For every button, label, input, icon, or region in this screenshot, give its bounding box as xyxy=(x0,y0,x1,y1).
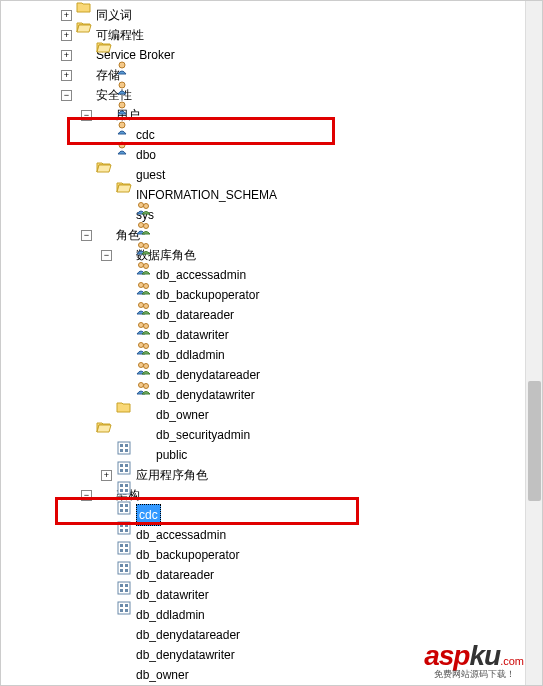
folder-open-icon xyxy=(116,247,132,263)
node-label: db_owner xyxy=(156,405,209,425)
tree-node-users[interactable]: − 用户 xyxy=(21,105,277,125)
tree-node-schema[interactable]: db_datareader xyxy=(21,565,277,585)
tree-node-schema[interactable]: db_owner xyxy=(21,665,277,685)
scrollbar-thumb[interactable] xyxy=(528,381,541,501)
node-label: db_owner xyxy=(136,665,189,685)
node-label: db_denydatawriter xyxy=(156,385,255,405)
tree-node-user-cdc[interactable]: cdc xyxy=(21,125,277,145)
tree-node-schema[interactable]: db_denydatareader xyxy=(21,625,277,645)
node-label: db_datawriter xyxy=(156,325,229,345)
tree-node-synonyms[interactable]: + 同义词 xyxy=(21,5,277,25)
node-label: db_denydatawriter xyxy=(136,645,235,665)
tree-node-service-broker[interactable]: + Service Broker xyxy=(21,45,277,65)
tree-node-schema[interactable]: db_ddladmin xyxy=(21,605,277,625)
node-label: db_denydatareader xyxy=(136,625,240,645)
tree-node-schema[interactable]: db_accessadmin xyxy=(21,525,277,545)
object-explorer-tree: + 同义词 + 可编程性 + Service Broker + 存储 − 安全性… xyxy=(1,1,277,686)
node-label: INFORMATION_SCHEMA xyxy=(136,185,277,205)
collapse-toggle[interactable]: − xyxy=(81,230,92,241)
collapse-toggle[interactable]: − xyxy=(81,110,92,121)
node-label: public xyxy=(156,445,187,465)
tree-node-user-dbo[interactable]: dbo xyxy=(21,145,277,165)
folder-open-icon xyxy=(96,487,112,503)
tree-node-app-roles[interactable]: + 应用程序角色 xyxy=(21,465,277,485)
collapse-toggle[interactable]: − xyxy=(61,90,72,101)
tree-node-schema-cdc[interactable]: cdc xyxy=(21,505,277,525)
expand-toggle[interactable]: + xyxy=(61,50,72,61)
tree-node-schema[interactable]: db_backupoperator xyxy=(21,545,277,565)
node-label: dbo xyxy=(136,145,156,165)
watermark: aspku.com 免费网站源码下载！ xyxy=(424,640,524,681)
folder-open-icon xyxy=(96,227,112,243)
node-label: db_backupoperator xyxy=(136,545,239,565)
tree-node-schema[interactable]: db_denydatawriter xyxy=(21,645,277,665)
node-label: db_accessadmin xyxy=(136,525,226,545)
tree-node-role[interactable]: public xyxy=(21,445,277,465)
watermark-asp: asp xyxy=(424,640,469,671)
node-label: guest xyxy=(136,165,165,185)
node-label: db_denydatareader xyxy=(156,365,260,385)
node-label: db_ddladmin xyxy=(136,605,205,625)
watermark-cn: 免费网站源码下载！ xyxy=(424,668,524,681)
node-label: db_datawriter xyxy=(136,585,209,605)
node-label: db_datareader xyxy=(136,565,214,585)
tree-node-security[interactable]: − 安全性 xyxy=(21,85,277,105)
schema-icon xyxy=(116,667,132,683)
node-label: db_ddladmin xyxy=(156,345,225,365)
folder-open-icon xyxy=(76,87,92,103)
node-label: db_backupoperator xyxy=(156,285,259,305)
node-label-selected: cdc xyxy=(136,504,161,526)
expand-toggle[interactable]: + xyxy=(61,30,72,41)
folder-open-icon xyxy=(96,107,112,123)
node-label: db_accessadmin xyxy=(156,265,246,285)
node-label: 同义词 xyxy=(96,5,132,25)
node-label: cdc xyxy=(136,125,155,145)
node-label: 应用程序角色 xyxy=(136,465,208,485)
role-icon xyxy=(136,447,152,463)
vertical-scrollbar[interactable] xyxy=(525,1,542,685)
tree-node-storage[interactable]: + 存储 xyxy=(21,65,277,85)
tree-node-schema[interactable]: db_datawriter xyxy=(21,585,277,605)
tree-node-programmability[interactable]: + 可编程性 xyxy=(21,25,277,45)
watermark-ku: ku xyxy=(469,640,500,671)
node-label: db_datareader xyxy=(156,305,234,325)
tree-node-user-guest[interactable]: guest xyxy=(21,165,277,185)
watermark-com: .com xyxy=(500,655,524,667)
expand-toggle[interactable]: + xyxy=(61,10,72,21)
collapse-toggle[interactable]: − xyxy=(81,490,92,501)
node-label: db_securityadmin xyxy=(156,425,250,445)
collapse-toggle[interactable]: − xyxy=(101,250,112,261)
expand-toggle[interactable]: + xyxy=(61,70,72,81)
